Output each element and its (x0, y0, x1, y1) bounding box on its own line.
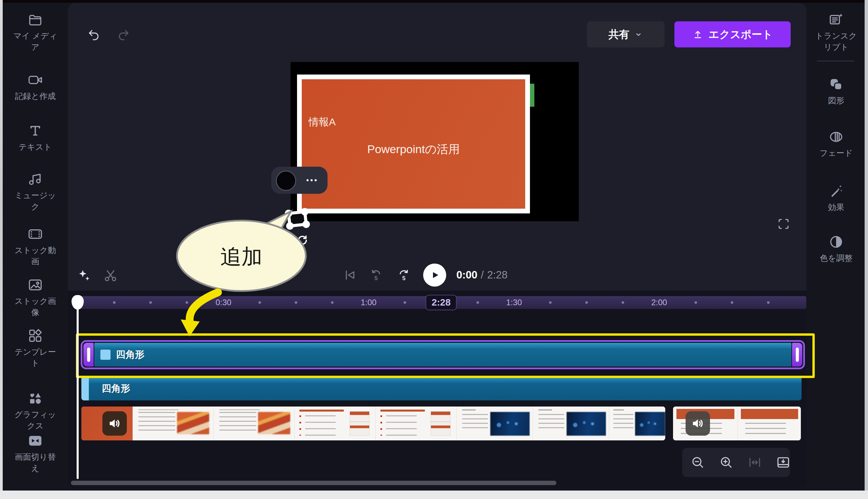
sidebar-item-label: 図形 (813, 95, 859, 106)
magic-tools-button[interactable] (76, 268, 93, 284)
ruler-dot (259, 302, 261, 304)
fit-timeline-button[interactable] (747, 454, 763, 471)
trim-handle-right[interactable] (792, 343, 802, 367)
video-camera-icon (27, 72, 43, 88)
zoom-out-button[interactable] (690, 454, 706, 471)
sidebar-item-label: マイ メディア (12, 30, 58, 52)
sidebar-item-stock-image[interactable]: ストック画像 (3, 277, 68, 318)
filmstrip-thumbnail (295, 406, 376, 440)
trim-handle-left[interactable] (83, 343, 94, 367)
ruler-dot (622, 302, 624, 304)
timeline-ruler[interactable]: 0:301:002:281:302:00 (78, 296, 806, 309)
sidebar-item-effects[interactable]: 効果 (808, 183, 865, 213)
sidebar-item-label: ストック動画 (12, 245, 58, 267)
slide-green-accent (530, 84, 534, 107)
selection-transform-handles[interactable] (284, 208, 312, 231)
ruler-dot (585, 302, 588, 304)
sidebar-item-label: ミュージック (12, 190, 58, 212)
screen-edge-right (865, 0, 868, 490)
webcam-overlay-pill[interactable] (271, 167, 328, 194)
fullscreen-icon[interactable] (776, 216, 792, 232)
sidebar-item-color-adjust[interactable]: 色を調整 (808, 234, 865, 264)
share-button[interactable]: 共有 (587, 21, 665, 47)
shape-track-selected[interactable]: 四角形 (81, 340, 805, 369)
sidebar-item-label: 画面切り替え (12, 451, 58, 474)
export-button-label: エクスポート (709, 27, 773, 42)
ruler-dot (404, 302, 406, 304)
transcript-icon (828, 12, 844, 27)
sidebar-item-shapes[interactable]: 図形 (808, 76, 865, 106)
skip-to-start-button[interactable] (342, 267, 358, 283)
ruler-dot (150, 302, 152, 304)
shapes-icon (828, 76, 844, 92)
play-button[interactable] (423, 264, 446, 287)
speaker-icon[interactable] (686, 411, 710, 436)
slide-subtitle-text: Powerpointの活用 (302, 142, 525, 157)
ruler-label: 1:30 (506, 298, 522, 307)
slide-element[interactable]: 情報A Powerpointの活用 (297, 74, 530, 214)
sidebar-item-music[interactable]: ミュージック (3, 171, 68, 212)
ruler-label: 2:00 (651, 298, 667, 307)
sidebar-item-my-media[interactable]: マイ メディア (3, 12, 68, 52)
ruler-dot (767, 302, 770, 304)
export-button[interactable]: エクスポート (674, 21, 791, 47)
screen-edge-left (0, 0, 3, 499)
graphics-icon (27, 391, 43, 406)
collapse-timeline-button[interactable] (775, 454, 792, 471)
track-label: 四角形 (116, 348, 144, 361)
svg-text:5: 5 (402, 275, 405, 281)
fade-icon (828, 129, 844, 145)
transition-icon (27, 433, 43, 449)
template-icon (27, 328, 43, 343)
folder-icon (27, 12, 43, 27)
upload-icon (692, 29, 703, 40)
ruler-dot (186, 302, 188, 304)
total-duration: 2:28 (487, 269, 508, 281)
clipchamp-video-editor: マイ メディア記録と作成テキストミュージックストック動画ストック画像テンプレート… (0, 0, 868, 499)
zoom-in-button[interactable] (718, 454, 734, 471)
sidebar-item-graphics[interactable]: グラフィックス (3, 391, 68, 431)
sidebar-item-label: テンプレート (12, 346, 58, 368)
sidebar-item-record-create[interactable]: 記録と作成 (3, 72, 68, 102)
timeline-horizontal-scrollbar[interactable] (71, 481, 556, 485)
share-button-label: 共有 (609, 27, 630, 42)
sidebar-item-stock-video[interactable]: ストック動画 (3, 226, 68, 267)
sidebar-item-template[interactable]: テンプレート (3, 328, 68, 368)
webcam-bubble[interactable] (276, 171, 296, 191)
playhead-line (76, 308, 79, 479)
sidebar-item-transcript[interactable]: トランスクリプト (808, 12, 865, 52)
timeline-zoom-panel (682, 448, 790, 477)
color-adjust-icon (828, 234, 844, 250)
ruler-dot (331, 302, 334, 304)
video-clip-1[interactable] (81, 406, 665, 440)
forward-5-button[interactable]: 5 (396, 267, 412, 283)
sidebar-item-fade[interactable]: フェード (808, 129, 865, 159)
sidebar-item-text[interactable]: テキスト (3, 123, 68, 153)
sidebar-item-transition[interactable]: 画面切り替え (3, 433, 68, 474)
rotate-handle[interactable] (295, 233, 309, 247)
stock-video-icon (27, 226, 43, 242)
duration-badge: 2:28 (426, 295, 457, 310)
chevron-down-icon (634, 30, 643, 39)
ruler-label: 0:30 (216, 298, 231, 307)
sidebar-item-label: トランスクリプト (813, 30, 859, 52)
right-sidebar-divider (817, 61, 854, 61)
rewind-5-button[interactable]: 5 (368, 267, 384, 283)
sidebar-item-label: ストック画像 (12, 295, 58, 318)
filmstrip-thumbnail (533, 406, 609, 440)
time-display: 0:00 / 2:28 (456, 266, 508, 284)
ruler-dot (113, 302, 116, 304)
filmstrip-thumbnail (609, 406, 665, 440)
filmstrip-thumbnail (133, 406, 214, 440)
shape-track-body[interactable]: 四角形 (94, 343, 792, 367)
shape-track-2[interactable]: 四角形 (81, 377, 801, 400)
screen-edge-top (0, 0, 868, 3)
redo-button[interactable] (116, 27, 131, 42)
speaker-icon[interactable] (103, 411, 127, 436)
undo-button[interactable] (86, 27, 102, 42)
trim-pill (87, 348, 90, 362)
more-options-button[interactable] (300, 171, 323, 189)
filmstrip-thumbnail (376, 406, 457, 440)
split-button[interactable] (103, 268, 119, 284)
effects-icon (828, 183, 844, 199)
